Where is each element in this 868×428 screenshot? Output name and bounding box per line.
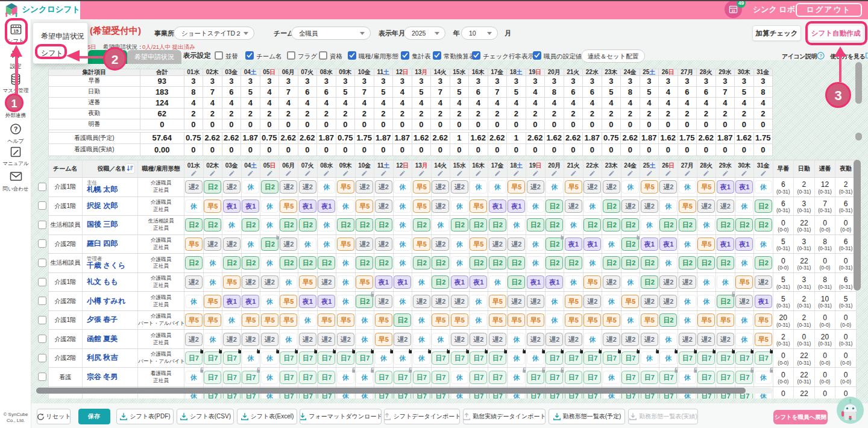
svg-text:?: ? [14,125,18,133]
svg-text:?: ? [819,53,822,58]
svg-text:15: 15 [732,9,735,13]
